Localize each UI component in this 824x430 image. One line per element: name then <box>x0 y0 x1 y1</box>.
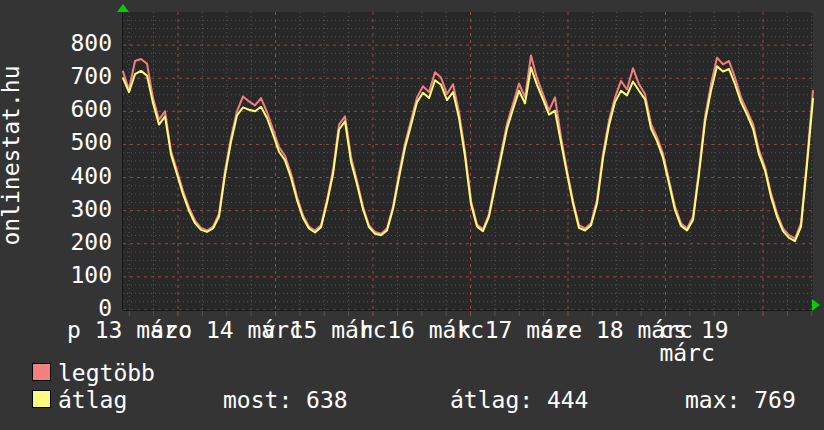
y-tick-label: 100 <box>20 264 112 287</box>
legend-swatch-legtobb <box>32 363 51 381</box>
legend-label-atlag: átlag <box>58 389 127 412</box>
y-tick-label: 200 <box>20 231 112 254</box>
legend-label-legtobb: legtöbb <box>58 362 155 385</box>
legend-swatch-atlag <box>32 390 51 408</box>
y-axis-arrow-icon <box>117 4 129 12</box>
onlinestat-chart-panel: onlinestat.hu 0100200300400500600700800 … <box>0 0 824 430</box>
stat-atlag: átlag: 444 <box>450 389 588 412</box>
y-tick-label: 500 <box>20 131 112 154</box>
y-tick-label: 300 <box>20 198 112 221</box>
x-tick-label: cs 19 márc <box>659 319 769 365</box>
y-tick-label: 700 <box>20 65 112 88</box>
y-tick-label: 400 <box>20 165 112 188</box>
stat-max: max: 769 <box>685 389 796 412</box>
y-tick-label: 600 <box>20 98 112 121</box>
stat-most: most: 638 <box>223 389 348 412</box>
y-tick-label: 800 <box>20 32 112 55</box>
x-axis-arrow-icon <box>812 299 820 311</box>
